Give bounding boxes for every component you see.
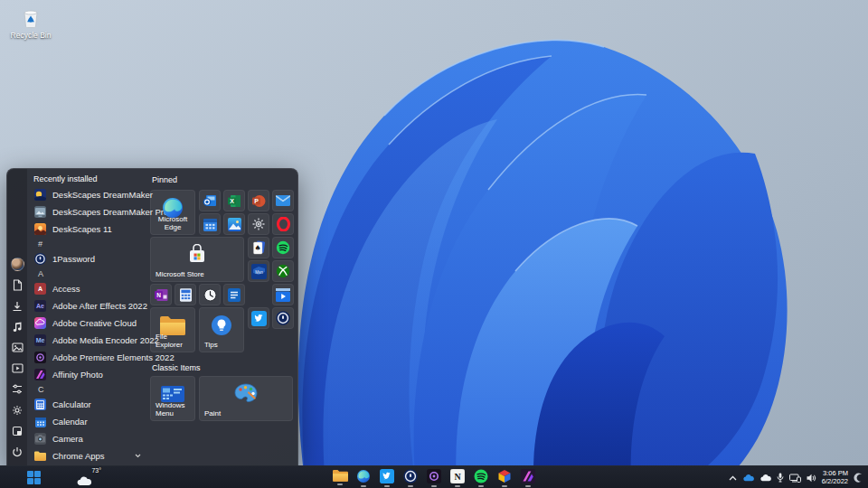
- downloads-icon[interactable]: [8, 296, 26, 316]
- tile-msn[interactable]: Msn: [248, 260, 269, 282]
- letter-separator-hash[interactable]: #: [27, 238, 150, 250]
- weather-widget[interactable]: 73°: [76, 468, 101, 487]
- paint-palette-icon: [234, 383, 258, 405]
- microphone-icon[interactable]: [777, 473, 784, 483]
- chevron-down-icon[interactable]: [135, 454, 141, 458]
- cast-device-icon[interactable]: [789, 474, 801, 483]
- apps-icon[interactable]: [8, 420, 26, 441]
- tile-powerpoint[interactable]: P: [248, 190, 269, 211]
- letter-separator-c[interactable]: C: [27, 383, 150, 396]
- tile-spotify[interactable]: [272, 237, 294, 258]
- tile-notepad[interactable]: [223, 284, 245, 305]
- app-item-access[interactable]: A Access: [27, 280, 150, 297]
- moon-icon[interactable]: [854, 473, 863, 483]
- tile-paint[interactable]: Paint: [199, 376, 293, 421]
- documents-icon[interactable]: [8, 275, 26, 296]
- app-item-calendar[interactable]: Calendar: [27, 413, 150, 430]
- system-tray: 3:06 PM 6/2/2022: [729, 466, 863, 488]
- tile-settings[interactable]: [248, 213, 269, 235]
- xbox-icon: [276, 264, 290, 278]
- 3d-box-icon: [497, 469, 512, 483]
- app-item-affinity-photo[interactable]: Affinity Photo: [27, 366, 150, 383]
- tile-photos[interactable]: [223, 213, 245, 235]
- app-item-deskscapes-11[interactable]: DeskScapes 11: [27, 221, 150, 238]
- app-item-deskscapes-dreammaker[interactable]: DeskScapes DreamMaker: [27, 186, 150, 203]
- app-item-premiere-elements[interactable]: Adobe Premiere Elements 2022: [27, 349, 150, 366]
- settings-gear-icon[interactable]: [8, 399, 26, 420]
- music-icon[interactable]: [8, 316, 26, 337]
- app-item-calculator[interactable]: Calculator: [27, 396, 150, 413]
- taskbar-premiere-elements[interactable]: [426, 469, 442, 487]
- taskbar-pinned-apps: N: [332, 466, 536, 488]
- taskbar-1password[interactable]: [402, 469, 419, 487]
- spotify-icon: [474, 469, 488, 483]
- taskbar-file-explorer[interactable]: [332, 469, 348, 485]
- mail-icon: [276, 195, 290, 206]
- tile-excel[interactable]: X: [223, 190, 245, 211]
- start-app-list: Recently installed DeskScapes DreamMaker…: [27, 171, 150, 465]
- videos-icon[interactable]: [8, 358, 26, 379]
- taskbar: 73°: [0, 465, 868, 488]
- pictures-icon[interactable]: [8, 337, 26, 358]
- app-item-deskscapes-dreammaker-pro[interactable]: DeskScapes DreamMaker Pro: [27, 203, 150, 221]
- start-menu-rail: [7, 169, 27, 465]
- taskbar-spotify[interactable]: [473, 469, 489, 487]
- tile-mail[interactable]: [272, 190, 294, 211]
- tray-clock[interactable]: 3:06 PM 6/2/2022: [822, 470, 848, 485]
- tile-label: Microsoft Edge: [151, 215, 194, 231]
- hidden-icons-chevron[interactable]: [729, 475, 737, 481]
- taskbar-notion[interactable]: N: [449, 469, 466, 487]
- access-icon: A: [34, 283, 46, 295]
- tile-onenote[interactable]: N: [150, 284, 172, 305]
- movies-tv-icon: [276, 288, 290, 302]
- app-item-1password[interactable]: 1Password: [27, 250, 150, 267]
- tile-xbox[interactable]: [272, 260, 294, 282]
- affinity-photo-icon: [34, 369, 46, 380]
- recycle-bin-shortcut[interactable]: Recycle Bin: [7, 7, 54, 40]
- start-menu: Recently installed DeskScapes DreamMaker…: [6, 168, 298, 465]
- recently-installed-header: Recently installed: [27, 171, 150, 186]
- taskbar-affinity-photo[interactable]: [520, 469, 536, 487]
- tile-calculator[interactable]: [175, 284, 196, 305]
- pinned-tiles-pane: Pinned Microsoft Edge X P: [148, 169, 297, 465]
- desktop: Recycle Bin: [0, 0, 868, 488]
- app-item-chrome-apps[interactable]: Chrome Apps: [27, 447, 150, 465]
- filters-icon[interactable]: [8, 379, 26, 399]
- app-item-media-encoder[interactable]: Me Adobe Media Encoder 2022: [27, 332, 150, 349]
- tile-solitaire[interactable]: ♠: [248, 237, 269, 258]
- letter-separator-a[interactable]: A: [27, 267, 150, 280]
- creative-cloud-icon: [34, 317, 46, 329]
- premiere-elements-icon: [34, 352, 46, 363]
- tile-windows-menu[interactable]: Windows Menu: [150, 376, 195, 421]
- volume-icon[interactable]: [807, 474, 816, 483]
- taskbar-twitter[interactable]: [379, 469, 395, 487]
- classic-items-header: Classic Items: [152, 363, 201, 372]
- onedrive-cloud-icon[interactable]: [742, 474, 754, 482]
- deskscapes-11-icon: [34, 223, 46, 235]
- app-item-creative-cloud[interactable]: Adobe Creative Cloud: [27, 314, 150, 332]
- tile-outlook[interactable]: [199, 190, 221, 211]
- start-button[interactable]: [25, 470, 42, 485]
- tile-clock[interactable]: [199, 284, 221, 305]
- app-item-camera[interactable]: Camera: [27, 430, 150, 447]
- taskbar-edge[interactable]: [355, 469, 372, 487]
- tile-1password[interactable]: [272, 307, 294, 329]
- cloud-icon[interactable]: [760, 474, 771, 482]
- user-avatar[interactable]: [8, 254, 26, 275]
- tile-label: Tips: [204, 341, 243, 349]
- deskscapes-pro-icon: [34, 206, 46, 218]
- tile-file-explorer[interactable]: File Explorer: [150, 307, 195, 352]
- tile-twitter[interactable]: [248, 307, 269, 329]
- deskscapes-dreammaker-icon: [34, 189, 46, 201]
- tile-microsoft-store[interactable]: Microsoft Store: [150, 237, 244, 282]
- tile-microsoft-edge[interactable]: Microsoft Edge: [150, 190, 195, 235]
- power-icon[interactable]: [8, 441, 26, 462]
- recycle-bin-label: Recycle Bin: [11, 31, 52, 40]
- tile-movies-tv[interactable]: [272, 284, 294, 305]
- tile-opera[interactable]: [272, 213, 294, 235]
- msn-icon: Msn: [251, 264, 267, 279]
- taskbar-3d-box[interactable]: [496, 469, 513, 487]
- tile-tips[interactable]: Tips: [199, 307, 244, 352]
- app-item-after-effects[interactable]: Ae Adobe After Effects 2022: [27, 297, 150, 314]
- tile-calendar[interactable]: [199, 213, 221, 235]
